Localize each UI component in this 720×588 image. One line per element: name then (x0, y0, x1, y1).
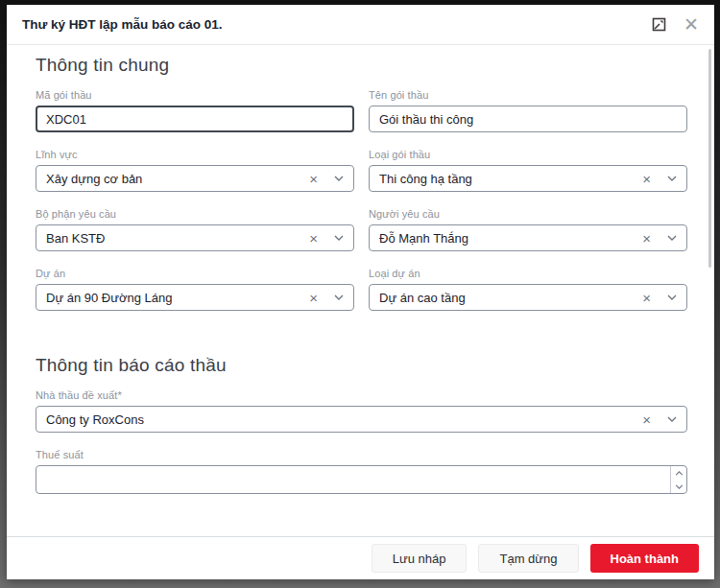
section-heading-general: Thông tin chung (36, 55, 687, 76)
chevron-down-icon[interactable] (334, 176, 344, 181)
input-value: XDC01 (46, 112, 344, 127)
bo-phan-yeu-cau-select[interactable]: Ban KSTĐ × (36, 224, 354, 251)
chevron-down-icon[interactable] (667, 294, 677, 300)
field-ma-goi-thau: Mã gói thầu XDC01 (36, 89, 354, 132)
field-label: Loại dự án (369, 268, 687, 279)
chevron-down-icon[interactable] (667, 235, 677, 241)
nha-thau-de-xuat-select[interactable]: Công ty RoxCons × (36, 406, 687, 433)
field-nguoi-yeu-cau: Người yêu cầu Đỗ Mạnh Thắng × (369, 208, 687, 251)
selected-value: Thi công hạ tầng (379, 172, 642, 186)
dialog-title: Thư ký HĐT lập mẫu báo cáo 01. (22, 17, 649, 32)
du-an-select[interactable]: Dự án 90 Đường Láng × (36, 284, 354, 311)
loai-goi-thau-select[interactable]: Thi công hạ tầng × (369, 165, 687, 192)
dialog-footer: Lưu nháp Tạm dừng Hoàn thành (7, 536, 714, 579)
field-loai-du-an: Loại dự án Dự án cao tầng × (369, 268, 687, 311)
field-ten-goi-thau: Tên gói thầu Gói thầu thi công (369, 89, 687, 132)
clear-icon[interactable]: × (642, 291, 651, 305)
close-icon[interactable]: ✕ (682, 15, 701, 35)
input-value: Gói thầu thi công (379, 112, 677, 127)
pause-button[interactable]: Tạm dừng (478, 544, 578, 573)
field-label: Mã gói thầu (36, 89, 354, 101)
selected-value: Đỗ Mạnh Thắng (379, 231, 642, 246)
spinner-down-icon[interactable] (671, 480, 686, 493)
selected-value: Ban KSTĐ (46, 231, 309, 246)
field-label: Dự án (36, 268, 354, 279)
thue-suat-input[interactable] (36, 465, 687, 494)
complete-button[interactable]: Hoàn thành (590, 544, 700, 573)
clear-icon[interactable]: × (309, 291, 318, 305)
selected-value: Dự án cao tầng (379, 291, 642, 305)
field-linh-vuc: Lĩnh vực Xây dựng cơ bản × (36, 149, 354, 192)
selected-value: Công ty RoxCons (46, 412, 642, 427)
spinner-up-icon[interactable] (671, 466, 686, 480)
ma-goi-thau-input[interactable]: XDC01 (36, 106, 354, 132)
field-label: Bộ phận yêu cầu (36, 208, 354, 220)
linh-vuc-select[interactable]: Xây dựng cơ bản × (36, 165, 354, 192)
save-draft-button[interactable]: Lưu nháp (372, 544, 468, 573)
chevron-down-icon[interactable] (334, 235, 344, 241)
clear-icon[interactable]: × (309, 231, 318, 246)
field-label: Tên gói thầu (369, 89, 687, 101)
close-glyph: ✕ (684, 15, 699, 34)
expand-icon[interactable] (649, 15, 668, 35)
clear-icon[interactable]: × (642, 231, 651, 246)
field-label: Lĩnh vực (36, 149, 354, 160)
chevron-down-icon[interactable] (667, 176, 677, 181)
number-spinner (670, 466, 686, 493)
field-loai-goi-thau: Loại gói thầu Thi công hạ tầng × (369, 149, 687, 192)
field-bo-phan-yeu-cau: Bộ phận yêu cầu Ban KSTĐ × (36, 208, 354, 251)
clear-icon[interactable]: × (642, 412, 651, 427)
selected-value: Dự án 90 Đường Láng (46, 291, 309, 305)
chevron-down-icon[interactable] (667, 416, 677, 422)
modal-dialog: Thư ký HĐT lập mẫu báo cáo 01. ✕ Thông t… (7, 5, 714, 579)
field-du-an: Dự án Dự án 90 Đường Láng × (36, 268, 354, 311)
field-label: Nhà thầu đề xuất* (36, 389, 687, 401)
header-icons: ✕ (649, 15, 701, 35)
dialog-header: Thư ký HĐT lập mẫu báo cáo 01. ✕ (7, 5, 714, 45)
field-label: Loại gói thầu (369, 149, 687, 160)
clear-icon[interactable]: × (642, 172, 651, 186)
field-thue-suat: Thuế suất (36, 449, 687, 494)
loai-du-an-select[interactable]: Dự án cao tầng × (369, 284, 687, 311)
section-heading-report: Thông tin báo cáo thầu (36, 355, 687, 376)
ten-goi-thau-input[interactable]: Gói thầu thi công (369, 106, 687, 132)
dialog-body: Thông tin chung Mã gói thầu XDC01 Tên gó… (7, 45, 714, 536)
nguoi-yeu-cau-select[interactable]: Đỗ Mạnh Thắng × (369, 224, 687, 251)
selected-value: Xây dựng cơ bản (46, 172, 309, 186)
chevron-down-icon[interactable] (334, 294, 344, 300)
clear-icon[interactable]: × (309, 172, 318, 186)
vertical-scrollbar[interactable] (708, 49, 711, 268)
field-label: Người yêu cầu (369, 208, 687, 220)
field-nha-thau-de-xuat: Nhà thầu đề xuất* Công ty RoxCons × (36, 389, 687, 433)
field-label: Thuế suất (36, 449, 687, 460)
